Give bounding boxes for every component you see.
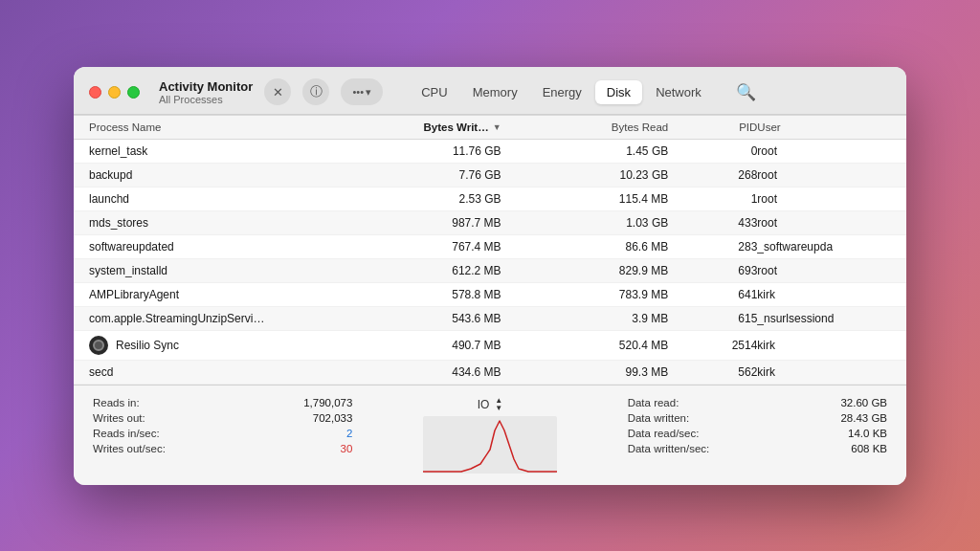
tab-cpu[interactable]: CPU: [410, 80, 458, 104]
pid-cell: 562: [668, 365, 757, 379]
pid-cell: 693: [668, 264, 757, 277]
pid-cell: 0: [668, 144, 757, 158]
col-bytes-read[interactable]: Bytes Read: [501, 121, 669, 133]
writes-out-sec-label: Writes out/sec:: [93, 443, 166, 454]
process-name-cell: com.apple.StreamingUnzipServi…: [89, 312, 334, 325]
bytes-written-cell: 612.2 MB: [334, 264, 501, 277]
tab-memory[interactable]: Memory: [461, 80, 529, 104]
titlebar: Activity Monitor All Processes ✕ ⓘ ••• ▾…: [74, 67, 906, 115]
data-written-sec-label: Data written/sec:: [628, 443, 710, 454]
bytes-written-cell: 767.4 MB: [334, 240, 501, 253]
view-options-btn[interactable]: ••• ▾: [341, 78, 383, 105]
bytes-read-cell: 1.45 GB: [501, 144, 669, 158]
info-icon-btn[interactable]: ⓘ: [302, 78, 329, 105]
pid-cell: 433: [668, 216, 757, 230]
col-process-name[interactable]: Process Name: [89, 121, 334, 133]
table-row[interactable]: secd434.6 MB99.3 MB562kirk: [74, 361, 906, 385]
chart-arrows-icon[interactable]: ▲ ▼: [495, 397, 502, 412]
data-read-row: Data read: 32.60 GB: [628, 397, 887, 408]
bytes-written-cell: 11.76 GB: [334, 144, 501, 158]
table-row[interactable]: mds_stores987.7 MB1.03 GB433root: [74, 211, 906, 235]
bottom-panel: Reads in: 1,790,073 Writes out: 702,033 …: [74, 385, 906, 485]
table-row[interactable]: com.apple.StreamingUnzipServi…543.6 MB3.…: [74, 307, 906, 331]
user-cell: root: [757, 216, 891, 230]
process-name-text: launchd: [89, 192, 129, 206]
bytes-written-cell: 543.6 MB: [334, 312, 501, 325]
process-name-text: kernel_task: [89, 144, 147, 158]
table-row[interactable]: kernel_task11.76 GB1.45 GB0root: [74, 140, 906, 164]
bytes-written-cell: 434.6 MB: [334, 365, 501, 379]
bytes-written-cell: 2.53 GB: [334, 192, 501, 206]
table-row[interactable]: Resilio Sync490.7 MB520.4 MB2514kirk: [74, 331, 906, 361]
table-row[interactable]: softwareupdated767.4 MB86.6 MB283_softwa…: [74, 235, 906, 259]
chart-label-row: IO ▲ ▼: [478, 397, 503, 412]
data-written-row: Data written: 28.43 GB: [628, 412, 887, 424]
process-name-cell: kernel_task: [89, 144, 334, 158]
user-cell: root: [757, 168, 891, 182]
tab-energy[interactable]: Energy: [531, 80, 593, 104]
pid-cell: 1: [668, 192, 757, 206]
process-name-text: mds_stores: [89, 216, 148, 230]
app-name: Activity Monitor: [159, 79, 253, 94]
table-body: kernel_task11.76 GB1.45 GB0rootbackupd7.…: [74, 140, 906, 385]
process-name-cell: mds_stores: [89, 216, 334, 230]
table-row[interactable]: launchd2.53 GB115.4 MB1root: [74, 187, 906, 211]
tab-network[interactable]: Network: [644, 80, 713, 104]
app-subtitle: All Processes: [159, 94, 253, 105]
data-read-sec-row: Data read/sec: 14.0 KB: [628, 428, 887, 439]
process-name-cell: AMPLibraryAgent: [89, 288, 334, 301]
close-icon-btn[interactable]: ✕: [264, 78, 291, 105]
user-cell: root: [757, 192, 891, 206]
bytes-written-cell: 987.7 MB: [334, 216, 501, 230]
process-name-text: system_installd: [89, 264, 167, 277]
writes-out-sec-value: 30: [341, 443, 353, 454]
disk-io-chart: [360, 416, 619, 474]
process-name-cell: system_installd: [89, 264, 334, 277]
resilio-sync-icon: [89, 336, 108, 355]
tab-bar: CPU Memory Energy Disk Network: [410, 80, 713, 104]
writes-out-label: Writes out:: [93, 412, 145, 424]
chart-selector-label[interactable]: IO: [478, 398, 490, 411]
process-name-text: AMPLibraryAgent: [89, 288, 179, 301]
traffic-lights: [89, 86, 140, 99]
data-read-sec-label: Data read/sec:: [628, 428, 700, 439]
chart-area: IO ▲ ▼: [360, 397, 619, 474]
writes-out-row: Writes out: 702,033: [93, 412, 352, 424]
close-button[interactable]: [89, 86, 101, 99]
col-pid[interactable]: PID: [668, 121, 757, 133]
writes-out-value: 702,033: [313, 412, 353, 424]
col-bytes-written[interactable]: Bytes Writ… ▼: [334, 121, 501, 133]
bytes-written-cell: 578.8 MB: [334, 288, 501, 301]
col-user[interactable]: User: [757, 121, 891, 133]
reads-in-sec-label: Reads in/sec:: [93, 428, 160, 439]
maximize-button[interactable]: [127, 86, 140, 99]
process-name-text: softwareupdated: [89, 240, 174, 253]
process-name-cell: launchd: [89, 192, 334, 206]
data-written-label: Data written:: [628, 412, 690, 424]
data-read-label: Data read:: [628, 397, 679, 408]
user-cell: root: [757, 144, 891, 158]
reads-in-value: 1,790,073: [303, 397, 352, 408]
table-row[interactable]: AMPLibraryAgent578.8 MB783.9 MB641kirk: [74, 283, 906, 307]
data-written-value: 28.43 GB: [840, 412, 887, 424]
bytes-read-cell: 115.4 MB: [501, 192, 669, 206]
process-name-text: com.apple.StreamingUnzipServi…: [89, 312, 264, 325]
bytes-read-cell: 99.3 MB: [501, 365, 669, 379]
minimize-button[interactable]: [108, 86, 121, 99]
tab-disk[interactable]: Disk: [595, 80, 642, 104]
stats-right: Data read: 32.60 GB Data written: 28.43 …: [628, 397, 887, 474]
svg-rect-0: [423, 416, 557, 474]
bytes-read-cell: 783.9 MB: [501, 288, 669, 301]
sort-arrow-icon: ▼: [493, 122, 501, 132]
bytes-read-cell: 520.4 MB: [501, 339, 669, 352]
bytes-read-cell: 86.6 MB: [501, 240, 669, 253]
process-name-cell: backupd: [89, 168, 334, 182]
user-cell: kirk: [757, 288, 891, 301]
table-header: Process Name Bytes Writ… ▼ Bytes Read PI…: [74, 115, 906, 140]
process-name-cell: secd: [89, 365, 334, 379]
process-name-text: secd: [89, 365, 113, 379]
table-row[interactable]: backupd7.76 GB10.23 GB268root: [74, 164, 906, 187]
search-button[interactable]: 🔍: [732, 78, 760, 106]
reads-in-label: Reads in:: [93, 397, 140, 408]
table-row[interactable]: system_installd612.2 MB829.9 MB693root: [74, 259, 906, 283]
